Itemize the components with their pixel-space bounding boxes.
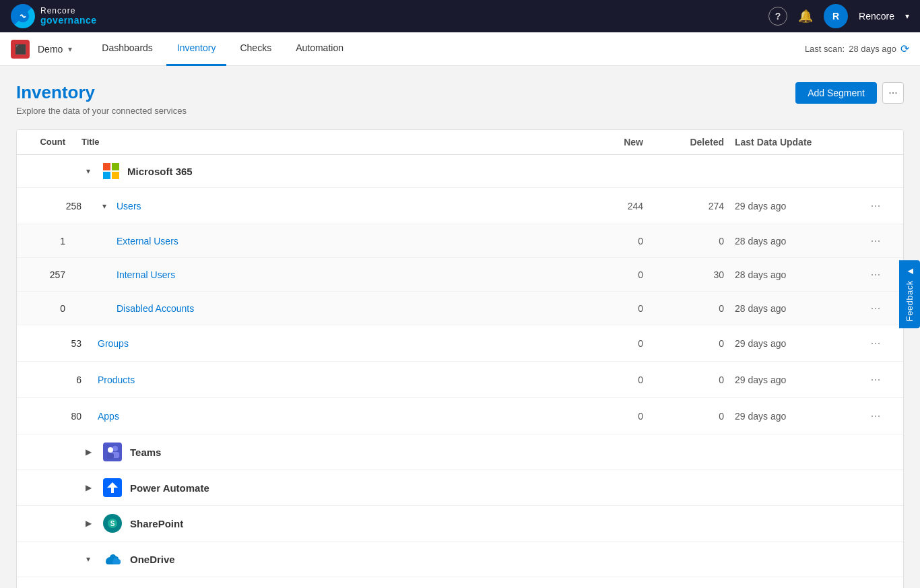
service-row-powerautomate: ▶ Power Automate bbox=[17, 470, 903, 506]
inventory-table: Count Title New Deleted Last Data Update… bbox=[16, 129, 904, 588]
ms365-icon bbox=[103, 163, 119, 179]
nav-inventory[interactable]: Inventory bbox=[166, 32, 227, 66]
onedrive-icon bbox=[103, 550, 122, 568]
col-deleted-header: Deleted bbox=[643, 137, 724, 148]
teams-icon bbox=[103, 443, 122, 461]
user-avatar: R bbox=[824, 4, 848, 28]
powerautomate-header: ▶ Power Automate bbox=[81, 478, 562, 497]
page-header: Inventory Explore the data of your conne… bbox=[16, 82, 904, 116]
groups-more-btn[interactable]: ··· bbox=[865, 333, 886, 353]
groups-lastupdate: 29 days ago bbox=[724, 338, 859, 349]
more-options-button[interactable]: ··· bbox=[882, 82, 904, 104]
disabled-new: 0 bbox=[562, 303, 643, 314]
ext-users-new: 0 bbox=[562, 236, 643, 247]
products-more-btn[interactable]: ··· bbox=[865, 370, 886, 389]
ms365-collapse-btn[interactable]: ▾ bbox=[81, 164, 95, 178]
int-users-link[interactable]: Internal Users bbox=[117, 269, 175, 280]
col-count-header: Count bbox=[28, 137, 81, 148]
table-header: Count Title New Deleted Last Data Update bbox=[17, 130, 903, 155]
col-lastupdate-header: Last Data Update bbox=[724, 137, 859, 148]
apps-link[interactable]: Apps bbox=[98, 411, 119, 422]
disabled-link[interactable]: Disabled Accounts bbox=[117, 303, 194, 314]
page-subtitle: Explore the data of your connected servi… bbox=[16, 106, 187, 116]
users-more-btn[interactable]: ··· bbox=[865, 196, 886, 216]
powerautomate-icon bbox=[103, 478, 122, 497]
powerautomate-expand-btn[interactable]: ▶ bbox=[81, 481, 95, 494]
products-new: 0 bbox=[562, 374, 643, 385]
service-row-onedrive: ▾ OneDrive bbox=[17, 542, 903, 577]
nav-checks[interactable]: Checks bbox=[229, 32, 282, 66]
groups-new: 0 bbox=[562, 338, 643, 349]
nav-dashboards[interactable]: Dashboards bbox=[91, 32, 164, 66]
user-name-label: Rencore bbox=[859, 11, 894, 22]
users-row: 258 ▾ Users 244 274 29 days ago ··· bbox=[17, 188, 903, 224]
logo-text: Rencore governance bbox=[40, 7, 97, 26]
notification-icon[interactable]: 🔔 bbox=[798, 9, 813, 24]
add-segment-button[interactable]: Add Segment bbox=[795, 82, 877, 104]
int-users-lastupdate: 28 days ago bbox=[724, 269, 859, 280]
teams-header: ▶ Teams bbox=[81, 443, 562, 461]
users-collapse-btn[interactable]: ▾ bbox=[98, 199, 111, 213]
disabled-deleted: 0 bbox=[643, 303, 724, 314]
products-link[interactable]: Products bbox=[98, 374, 135, 385]
main-content: Inventory Explore the data of your conne… bbox=[0, 66, 920, 588]
onedrives-row: 20 OneDrives 0 0 29 days ago ··· bbox=[17, 577, 903, 588]
help-icon[interactable]: ? bbox=[768, 7, 787, 26]
second-nav: ⬛ Demo ▾ Dashboards Inventory Checks Aut… bbox=[0, 32, 920, 66]
sharepoint-icon: S bbox=[103, 514, 122, 533]
app-icon: ⬛ bbox=[11, 40, 30, 59]
second-nav-left: ⬛ Demo ▾ Dashboards Inventory Checks Aut… bbox=[11, 32, 354, 66]
org-name[interactable]: Demo bbox=[38, 44, 63, 55]
top-bar-left: Rencore governance bbox=[11, 4, 97, 28]
top-bar-right: ? 🔔 R Rencore ▾ bbox=[768, 4, 909, 28]
int-users-more-btn[interactable]: ··· bbox=[865, 265, 886, 284]
user-menu-chevron[interactable]: ▾ bbox=[905, 11, 909, 21]
internal-users-row: 257 Internal Users 0 30 28 days ago ··· bbox=[17, 258, 903, 292]
users-count: 258 bbox=[44, 201, 98, 211]
disabled-more-btn[interactable]: ··· bbox=[865, 298, 886, 318]
apps-new: 0 bbox=[562, 411, 643, 422]
apps-more-btn[interactable]: ··· bbox=[865, 406, 886, 426]
groups-link[interactable]: Groups bbox=[98, 338, 129, 349]
users-deleted: 274 bbox=[643, 201, 724, 211]
page-title-section: Inventory Explore the data of your conne… bbox=[16, 82, 187, 116]
ext-users-more-btn[interactable]: ··· bbox=[865, 231, 886, 251]
users-new: 244 bbox=[562, 201, 643, 211]
ms365-header: ▾ Microsoft 365 bbox=[81, 163, 562, 179]
onedrive-header: ▾ OneDrive bbox=[81, 550, 562, 568]
sharepoint-name: SharePoint bbox=[130, 518, 183, 529]
external-users-row: 1 External Users 0 0 28 days ago ··· bbox=[17, 224, 903, 258]
sharepoint-expand-btn[interactable]: ▶ bbox=[81, 517, 95, 530]
groups-count: 53 bbox=[44, 338, 98, 349]
teams-expand-btn[interactable]: ▶ bbox=[81, 445, 95, 459]
ms365-name: Microsoft 365 bbox=[127, 166, 193, 177]
rescan-icon[interactable]: ⟳ bbox=[900, 42, 909, 55]
svg-rect-6 bbox=[107, 453, 114, 459]
feedback-tab[interactable]: Feedback ▶ bbox=[899, 260, 920, 328]
ext-users-count: 1 bbox=[28, 236, 81, 247]
nav-links: Dashboards Inventory Checks Automation bbox=[91, 32, 354, 66]
col-actions-header bbox=[859, 137, 892, 148]
org-dropdown-chevron[interactable]: ▾ bbox=[68, 44, 72, 54]
groups-row: 53 Groups 0 0 29 days ago ··· bbox=[17, 325, 903, 362]
onedrive-collapse-btn[interactable]: ▾ bbox=[81, 552, 95, 566]
int-users-deleted: 30 bbox=[643, 269, 724, 280]
onedrives-more-btn[interactable]: ··· bbox=[865, 585, 886, 588]
int-users-count: 257 bbox=[28, 269, 81, 280]
nav-automation[interactable]: Automation bbox=[285, 32, 354, 66]
users-lastupdate: 29 days ago bbox=[724, 201, 859, 211]
ext-users-deleted: 0 bbox=[643, 236, 724, 247]
users-link[interactable]: Users bbox=[117, 201, 141, 211]
ext-users-link[interactable]: External Users bbox=[117, 236, 178, 247]
onedrive-name: OneDrive bbox=[130, 554, 175, 565]
sharepoint-header: ▶ S SharePoint bbox=[81, 514, 562, 533]
feedback-video-icon: ▶ bbox=[905, 267, 914, 276]
groups-deleted: 0 bbox=[643, 338, 724, 349]
disabled-accounts-row: 0 Disabled Accounts 0 0 28 days ago ··· bbox=[17, 292, 903, 325]
svg-text:S: S bbox=[110, 520, 115, 527]
col-title-header: Title bbox=[81, 137, 562, 148]
products-row: 6 Products 0 0 29 days ago ··· bbox=[17, 362, 903, 398]
feedback-label[interactable]: Feedback ▶ bbox=[899, 260, 920, 328]
svg-point-2 bbox=[112, 446, 118, 451]
disabled-lastupdate: 28 days ago bbox=[724, 303, 859, 314]
